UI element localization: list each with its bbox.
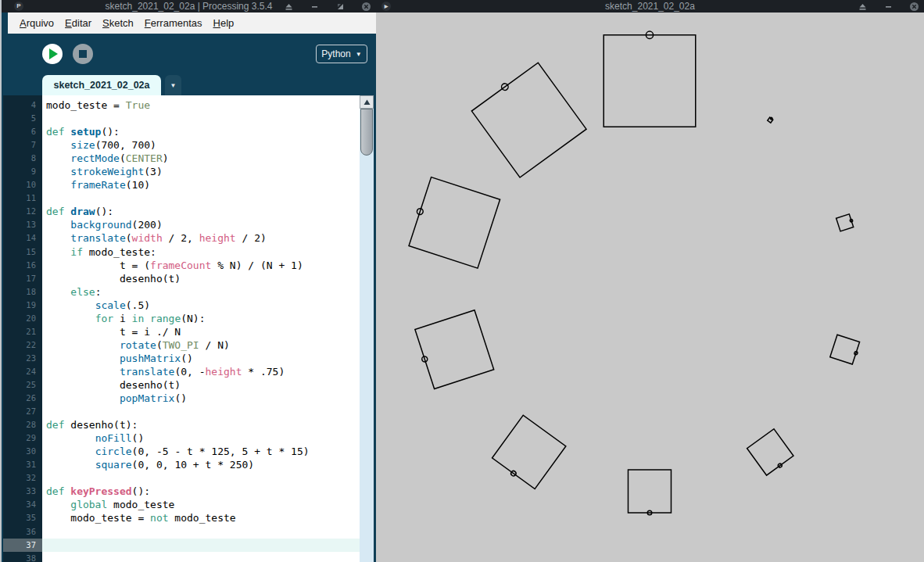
line-number-11: 11 [3, 192, 42, 205]
line-number-gutter: 4567891011121314151617181920212223242526… [3, 95, 42, 562]
code-line-33[interactable]: def keyPressed(): [42, 485, 360, 498]
play-icon [49, 48, 58, 59]
code-line-35[interactable]: modo_teste = not modo_teste [42, 511, 360, 524]
code-line-10[interactable]: frameRate(10) [42, 178, 360, 192]
code-line-20[interactable]: for i in range(N): [42, 312, 360, 325]
line-number-12: 12 [3, 205, 42, 218]
code-line-34[interactable]: global modo_teste [42, 498, 360, 511]
ide-titlebar[interactable]: P sketch_2021_02_02a | Processing 3.5.4 [2, 0, 376, 13]
line-number-30: 30 [3, 445, 42, 458]
tab-sketch[interactable]: sketch_2021_02_02a [42, 75, 161, 95]
scrollbar-thumb[interactable] [360, 109, 373, 156]
line-number-7: 7 [3, 138, 42, 152]
square-3 [747, 429, 793, 475]
tab-strip: sketch_2021_02_02a ▼ [3, 75, 376, 95]
code-line-28[interactable]: def desenho(t): [42, 418, 360, 431]
code-line-5[interactable] [42, 112, 360, 125]
code-line-26[interactable]: popMatrix() [42, 392, 360, 405]
code-line-13[interactable]: background(200) [42, 218, 360, 231]
code-line-4[interactable]: modo_teste = True [42, 98, 360, 112]
code-line-11[interactable] [42, 192, 360, 205]
sketch-window-title: sketch_2021_02_02a [376, 0, 924, 13]
code-editor[interactable]: 4567891011121314151617181920212223242526… [3, 95, 374, 562]
shape-group-8 [470, 60, 586, 177]
line-number-35: 35 [3, 511, 42, 524]
shape-group-0 [768, 116, 774, 123]
line-number-22: 22 [3, 338, 42, 352]
close-icon[interactable] [909, 2, 919, 12]
shade-icon[interactable] [858, 2, 868, 12]
scroll-up-button[interactable] [360, 95, 374, 109]
close-icon[interactable] [361, 2, 371, 12]
maximize-icon[interactable] [335, 2, 346, 12]
menu-item-help[interactable]: Help [208, 17, 240, 29]
code-line-21[interactable]: t = i ./ N [42, 325, 360, 338]
line-number-24: 24 [3, 365, 42, 378]
code-line-36[interactable] [42, 525, 360, 539]
square-8 [471, 63, 586, 177]
ide-window: P sketch_2021_02_02a | Processing 3.5.4 … [0, 0, 376, 562]
line-number-15: 15 [3, 245, 42, 259]
mode-label: Python [321, 48, 350, 59]
mode-selector-button[interactable]: Python ▼ [316, 45, 367, 63]
chevron-down-icon: ▼ [356, 51, 362, 58]
shape-group-3 [747, 429, 795, 477]
code-line-23[interactable]: pushMatrix() [42, 352, 360, 365]
code-line-8[interactable]: rectMode(CENTER) [42, 152, 360, 165]
minimize-icon[interactable] [883, 2, 894, 12]
shape-group-1 [836, 213, 855, 231]
line-number-34: 34 [3, 498, 42, 511]
code-line-31[interactable]: square(0, 0, 10 + t * 250) [42, 458, 360, 471]
code-line-12[interactable]: def draw(): [42, 205, 360, 218]
sketch-canvas [376, 13, 924, 562]
menu-bar: ArquivoEditarSketchFerramentasHelp [8, 13, 376, 34]
shade-icon[interactable] [284, 2, 294, 12]
menu-item-editar[interactable]: Editar [59, 17, 97, 29]
line-number-18: 18 [3, 285, 42, 299]
code-line-25[interactable]: desenho(t) [42, 378, 360, 392]
line-number-33: 33 [3, 485, 42, 498]
code-line-19[interactable]: scale(.5) [42, 299, 360, 312]
line-number-8: 8 [3, 152, 42, 165]
code-area[interactable]: modo_teste = Truedef setup(): size(700, … [42, 95, 360, 562]
shape-group-2 [830, 335, 861, 364]
code-line-29[interactable]: noFill() [42, 431, 360, 445]
stop-button[interactable] [73, 44, 93, 64]
line-number-31: 31 [3, 458, 42, 471]
code-line-32[interactable] [42, 471, 360, 485]
line-number-25: 25 [3, 378, 42, 392]
code-line-22[interactable]: rotate(TWO_PI / N) [42, 338, 360, 352]
line-number-37: 37 [3, 539, 42, 552]
code-line-16[interactable]: t = (frameCount % N) / (N + 1) [42, 259, 360, 272]
code-line-9[interactable]: strokeWeight(3) [42, 165, 360, 178]
shape-group-6 [413, 310, 494, 390]
code-line-17[interactable]: desenho(t) [42, 272, 360, 285]
menu-item-sketch[interactable]: Sketch [97, 17, 139, 29]
line-number-14: 14 [3, 231, 42, 245]
line-number-19: 19 [3, 299, 42, 312]
line-number-5: 5 [3, 112, 42, 125]
code-line-27[interactable] [42, 405, 360, 418]
menu-item-arquivo[interactable]: Arquivo [14, 17, 59, 29]
code-line-38[interactable] [42, 552, 360, 562]
tab-menu-button[interactable]: ▼ [165, 75, 181, 95]
line-number-17: 17 [3, 272, 42, 285]
code-line-14[interactable]: translate(width / 2, height / 2) [42, 231, 360, 245]
code-line-37[interactable] [42, 539, 360, 552]
code-line-15[interactable]: if modo_teste: [42, 245, 360, 259]
editor-scrollbar[interactable] [360, 95, 374, 562]
code-line-30[interactable]: circle(0, -5 - t * 125, 5 + t * 15) [42, 445, 360, 458]
code-line-24[interactable]: translate(0, -height * .75) [42, 365, 360, 378]
code-line-7[interactable]: size(700, 700) [42, 138, 360, 152]
square-1 [836, 214, 854, 231]
shape-group-9 [603, 31, 696, 127]
sketch-titlebar[interactable]: ▶ sketch_2021_02_02a [376, 0, 924, 13]
square-5 [492, 415, 566, 489]
code-line-6[interactable]: def setup(): [42, 125, 360, 138]
shape-group-7 [406, 176, 500, 268]
menu-item-ferramentas[interactable]: Ferramentas [139, 17, 208, 29]
minimize-icon[interactable] [310, 2, 320, 12]
code-line-18[interactable]: else: [42, 285, 360, 299]
run-button[interactable] [42, 44, 63, 64]
shape-group-4 [629, 470, 672, 515]
